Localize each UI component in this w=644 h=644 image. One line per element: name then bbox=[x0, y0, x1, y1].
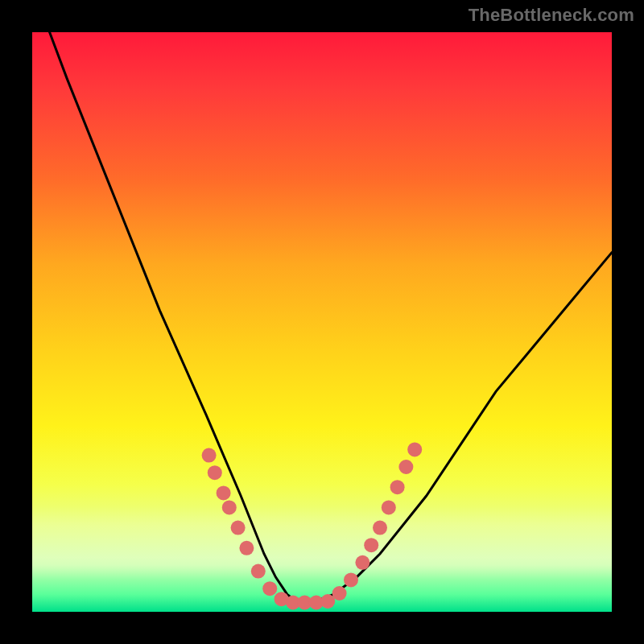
marker-dot bbox=[208, 465, 222, 480]
marker-dot bbox=[344, 572, 358, 587]
marker-dot bbox=[382, 500, 396, 514]
marker-dots-group bbox=[202, 442, 423, 609]
marker-dot bbox=[355, 555, 369, 570]
marker-dot bbox=[222, 500, 237, 514]
marker-dot bbox=[202, 448, 217, 463]
marker-dot bbox=[251, 564, 266, 579]
marker-dot bbox=[262, 581, 277, 596]
attribution-label: TheBottleneck.com bbox=[469, 5, 634, 26]
marker-dot bbox=[231, 521, 246, 535]
curve-layer bbox=[32, 32, 612, 612]
marker-dot bbox=[217, 485, 231, 500]
marker-dot bbox=[364, 538, 378, 552]
marker-dot bbox=[398, 460, 413, 474]
marker-dot bbox=[239, 541, 254, 555]
marker-dot bbox=[373, 521, 387, 535]
plot-area bbox=[32, 32, 612, 612]
marker-dot bbox=[332, 586, 347, 601]
marker-dot bbox=[407, 442, 422, 456]
chart-frame: TheBottleneck.com bbox=[0, 0, 644, 644]
bottleneck-curve bbox=[32, 0, 612, 603]
marker-dot bbox=[390, 480, 405, 494]
